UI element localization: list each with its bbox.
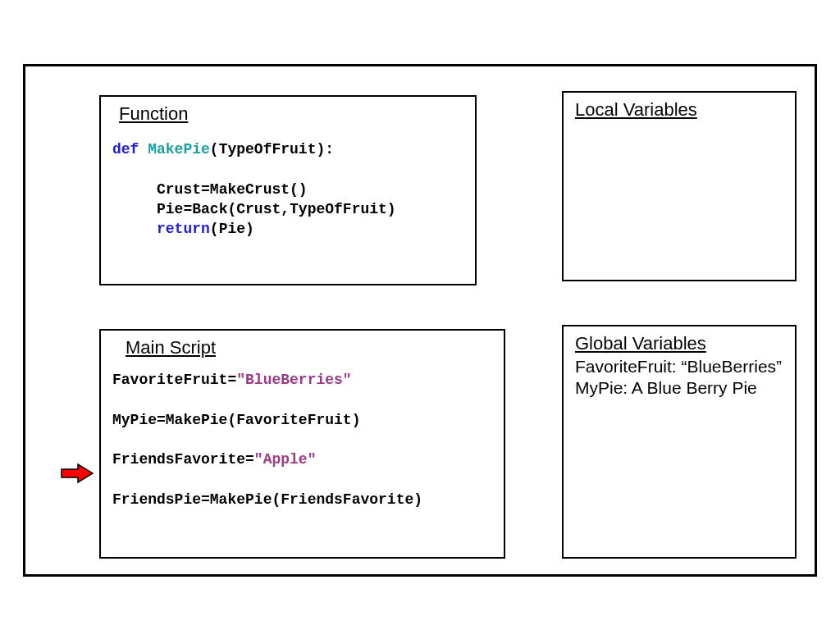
main-script-code: FavoriteFruit="BlueBerries" MyPie=MakePi… — [112, 370, 492, 509]
main-script-panel: Main Script FavoriteFruit="BlueBerries" … — [99, 329, 505, 559]
keyword-return: return — [157, 221, 210, 237]
keyword-def: def — [112, 141, 139, 158]
function-param: TypeOfFruit — [219, 141, 317, 158]
string-apple: "Apple" — [254, 451, 317, 468]
global-var-mypie: MyPie: A Blue Berry Pie — [575, 377, 783, 399]
main-script-title: Main Script — [126, 337, 492, 358]
function-code: def MakePie(TypeOfFruit): Crust=MakeCrus… — [112, 139, 463, 239]
diagram-container: Function def MakePie(TypeOfFruit): Crust… — [23, 64, 817, 577]
local-variables-panel: Local Variables — [562, 91, 797, 281]
code-line-mypie: MyPie=MakePie(FavoriteFruit) — [112, 412, 360, 428]
svg-marker-0 — [62, 464, 93, 482]
global-var-favoritefruit: FavoriteFruit: “BlueBerries” — [575, 356, 783, 377]
global-variables-title: Global Variables — [575, 333, 783, 354]
local-variables-title: Local Variables — [575, 99, 783, 121]
code-line-pie: Pie=Back(Crust,TypeOfFruit) — [157, 201, 396, 217]
function-panel: Function def MakePie(TypeOfFruit): Crust… — [99, 95, 477, 285]
function-name: MakePie — [148, 141, 210, 158]
paren-close: ): — [316, 141, 334, 158]
string-blueberries: "BlueBerries" — [236, 372, 351, 388]
return-arg: (Pie) — [210, 221, 254, 237]
execution-pointer-arrow-icon — [60, 463, 94, 483]
code-line-favfruit-var: FavoriteFruit= — [112, 372, 236, 388]
global-variables-panel: Global Variables FavoriteFruit: “BlueBer… — [562, 325, 797, 559]
code-line-friendspie: FriendsPie=MakePie(FriendsFavorite) — [112, 491, 422, 508]
paren-open: ( — [210, 141, 219, 158]
code-line-friendsfav-var: FriendsFavorite= — [112, 451, 254, 468]
function-panel-title: Function — [119, 103, 463, 125]
code-line-crust: Crust=MakeCrust() — [157, 181, 308, 198]
